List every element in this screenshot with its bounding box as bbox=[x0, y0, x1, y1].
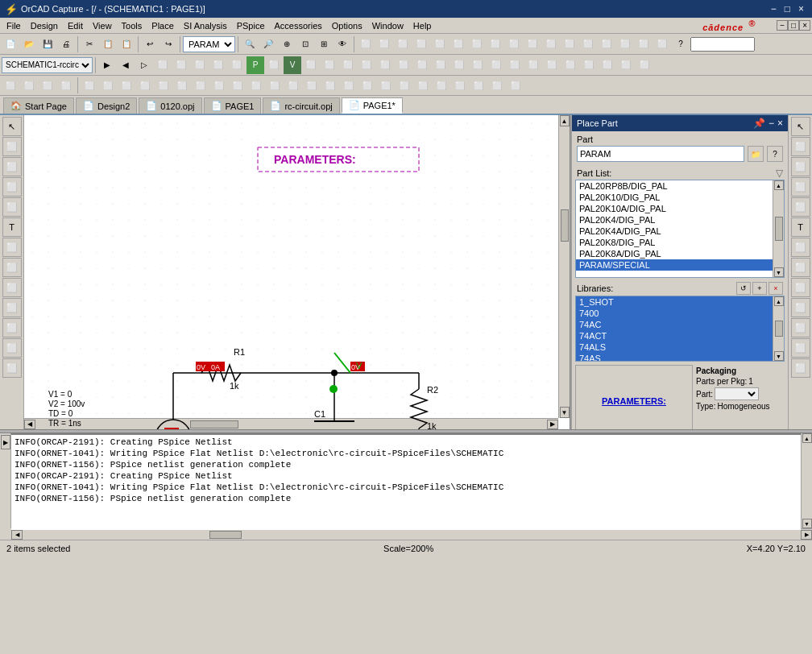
panel-min-btn[interactable]: − bbox=[768, 118, 774, 129]
tb13[interactable]: ⬜ bbox=[487, 35, 504, 53]
part-item-3[interactable]: PAL20K4/DIG_PAL bbox=[576, 214, 773, 226]
lib-thumb[interactable] bbox=[775, 321, 783, 337]
search-input[interactable] bbox=[690, 37, 755, 52]
row3-tb26[interactable]: ⬜ bbox=[470, 77, 487, 94]
row3-tb5[interactable]: ⬜ bbox=[81, 77, 98, 94]
menu-design[interactable]: Design bbox=[26, 19, 63, 32]
lt4[interactable]: ⬜ bbox=[2, 177, 22, 197]
part-item-6[interactable]: PAL20K8A/DIG_PAL bbox=[576, 248, 773, 259]
rt4[interactable]: ⬜ bbox=[791, 177, 810, 197]
mdi-restore[interactable]: □ bbox=[788, 20, 799, 31]
sch-tb29[interactable]: ⬜ bbox=[617, 56, 635, 74]
tb9[interactable]: ⬜ bbox=[412, 35, 430, 53]
tb12[interactable]: ⬜ bbox=[468, 35, 486, 53]
tab-rc-circuit[interactable]: 📄 rc-circuit.opj bbox=[263, 97, 339, 114]
rt10[interactable]: ⬜ bbox=[791, 298, 810, 317]
menu-si-analysis[interactable]: SI Analysis bbox=[179, 19, 232, 32]
row3-tb24[interactable]: ⬜ bbox=[433, 77, 450, 94]
new-btn[interactable]: 📄 bbox=[2, 35, 19, 53]
save-btn[interactable]: 💾 bbox=[39, 35, 56, 53]
tb20[interactable]: ⬜ bbox=[616, 35, 634, 53]
zoom-out-btn[interactable]: 🔎 bbox=[259, 35, 277, 53]
row3-tb7[interactable]: ⬜ bbox=[118, 77, 135, 94]
tb7[interactable]: ⬜ bbox=[375, 35, 393, 53]
lib-item-1[interactable]: 7400 bbox=[576, 308, 773, 319]
tb10[interactable]: ⬜ bbox=[431, 35, 449, 53]
tb15[interactable]: ⬜ bbox=[524, 35, 541, 53]
console-toggle-btn[interactable]: ▶ bbox=[1, 435, 10, 449]
row3-tb4[interactable]: ⬜ bbox=[57, 77, 75, 94]
console-hscroll-right[interactable]: ▶ bbox=[801, 530, 812, 540]
tab-page1[interactable]: 📄 PAGE1 bbox=[204, 97, 262, 114]
sch-tb16[interactable]: ⬜ bbox=[376, 56, 394, 74]
row3-tb28[interactable]: ⬜ bbox=[507, 77, 524, 94]
cut-btn[interactable]: ✂ bbox=[81, 35, 98, 53]
sch-tb25[interactable]: ⬜ bbox=[543, 56, 561, 74]
menu-accessories[interactable]: Accessories bbox=[270, 19, 327, 32]
menu-window[interactable]: Window bbox=[367, 19, 408, 32]
close-button[interactable]: × bbox=[795, 3, 807, 14]
rt11[interactable]: ⬜ bbox=[791, 318, 810, 337]
row3-tb18[interactable]: ⬜ bbox=[321, 77, 339, 94]
row3-tb10[interactable]: ⬜ bbox=[173, 77, 191, 94]
sch-tb4[interactable]: ⬜ bbox=[154, 56, 172, 74]
tab-0120opj[interactable]: 📄 0120.opj bbox=[139, 97, 201, 114]
sch-tb18[interactable]: ⬜ bbox=[413, 56, 431, 74]
rt1[interactable]: ↖ bbox=[791, 117, 810, 136]
tb16[interactable]: ⬜ bbox=[542, 35, 560, 53]
lt10[interactable]: ⬜ bbox=[2, 298, 22, 317]
part-input[interactable] bbox=[577, 146, 744, 162]
row3-tb13[interactable]: ⬜ bbox=[229, 77, 246, 94]
row3-tb27[interactable]: ⬜ bbox=[488, 77, 506, 94]
sch-tb23[interactable]: ⬜ bbox=[506, 56, 524, 74]
menu-edit[interactable]: Edit bbox=[63, 19, 88, 32]
row3-tb19[interactable]: ⬜ bbox=[340, 77, 358, 94]
tb19[interactable]: ⬜ bbox=[598, 35, 615, 53]
tab-design2[interactable]: 📄 Design2 bbox=[76, 97, 137, 114]
sch-tb2[interactable]: ◀ bbox=[117, 56, 135, 74]
sch-tb27[interactable]: ⬜ bbox=[580, 56, 598, 74]
lib-item-0[interactable]: 1_SHOT bbox=[576, 296, 773, 308]
sch-tb6[interactable]: ⬜ bbox=[191, 56, 209, 74]
row3-tb1[interactable]: ⬜ bbox=[2, 77, 19, 94]
title-controls[interactable]: − □ × bbox=[768, 3, 807, 14]
minimize-button[interactable]: − bbox=[768, 3, 780, 14]
mdi-close[interactable]: × bbox=[799, 20, 810, 31]
lib-item-5[interactable]: 74AS bbox=[576, 353, 773, 361]
sch-tb17[interactable]: ⬜ bbox=[395, 56, 412, 74]
sch-tb7[interactable]: ⬜ bbox=[209, 56, 227, 74]
preview-text[interactable]: PARAMETERS: bbox=[602, 396, 666, 406]
rt6[interactable]: T bbox=[791, 217, 810, 237]
row3-tb20[interactable]: ⬜ bbox=[358, 77, 376, 94]
part-list[interactable]: PAL20RP8B/DIG_PAL PAL20K10/DIG_PAL PAL20… bbox=[576, 180, 773, 277]
sch-tb11[interactable]: V bbox=[284, 56, 301, 74]
zoom-fit-btn[interactable]: ⊡ bbox=[296, 35, 314, 53]
rt2[interactable]: ⬜ bbox=[791, 137, 810, 156]
lt7[interactable]: ⬜ bbox=[2, 238, 22, 257]
row3-tb25[interactable]: ⬜ bbox=[451, 77, 469, 94]
row3-tb17[interactable]: ⬜ bbox=[303, 77, 321, 94]
tb11[interactable]: ⬜ bbox=[450, 35, 467, 53]
pin-btn[interactable]: 📌 bbox=[753, 118, 765, 129]
lt3[interactable]: ⬜ bbox=[2, 157, 22, 176]
lt1[interactable]: ↖ bbox=[2, 117, 22, 136]
menu-file[interactable]: File bbox=[2, 19, 26, 32]
part-item-0[interactable]: PAL20RP8B/DIG_PAL bbox=[576, 180, 773, 192]
lt6[interactable]: T bbox=[2, 217, 22, 237]
rt9[interactable]: ⬜ bbox=[791, 278, 810, 297]
row3-tb21[interactable]: ⬜ bbox=[377, 77, 395, 94]
console-hscroll-left[interactable]: ◀ bbox=[11, 530, 23, 540]
lib-refresh-btn[interactable]: ↺ bbox=[736, 282, 751, 295]
part-item-5[interactable]: PAL20K8/DIG_PAL bbox=[576, 237, 773, 248]
sch-tb20[interactable]: ⬜ bbox=[450, 56, 468, 74]
rt5[interactable]: ⬜ bbox=[791, 197, 810, 217]
part-browser-btn[interactable]: 📁 bbox=[748, 146, 764, 162]
row3-tb23[interactable]: ⬜ bbox=[414, 77, 432, 94]
row3-tb3[interactable]: ⬜ bbox=[39, 77, 56, 94]
lib-remove-btn[interactable]: × bbox=[768, 282, 783, 295]
undo-btn[interactable]: ↩ bbox=[141, 35, 159, 53]
console-hthumb[interactable] bbox=[209, 531, 242, 539]
rt12[interactable]: ⬜ bbox=[791, 338, 810, 358]
menu-pspice[interactable]: PSpice bbox=[232, 19, 270, 32]
menu-options[interactable]: Options bbox=[327, 19, 367, 32]
